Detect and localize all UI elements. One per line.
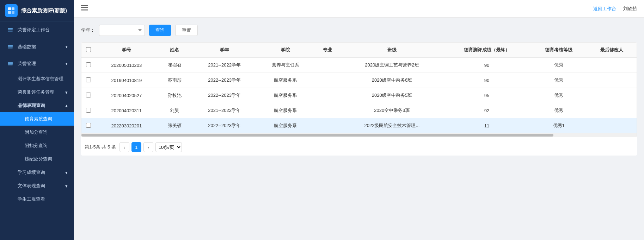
row-checkbox-cell — [81, 73, 96, 88]
row-checkbox-0[interactable] — [86, 62, 91, 67]
cell-score: 11 — [443, 118, 530, 133]
col-student-id: 学号 — [96, 43, 158, 58]
row-checkbox-4[interactable] — [86, 123, 91, 128]
sidebar-submenu-label: 文体表现查询 — [18, 183, 45, 189]
row-checkbox-cell — [81, 88, 96, 103]
sidebar-submenu-label: 附扣分查询 — [25, 143, 48, 149]
main-content: 返回工作台 刘欣茹 学年： 2021--2022学年 2022--2023学年 … — [74, 0, 644, 240]
next-page-button[interactable]: › — [143, 142, 153, 152]
pagination-info: 第1-5条 共 5 条 — [85, 144, 116, 150]
prev-page-button[interactable]: ‹ — [119, 142, 129, 152]
row-checkbox-2[interactable] — [86, 93, 91, 97]
svg-rect-8 — [8, 46, 13, 48]
sidebar-submenu-label: 学生工服查看 — [18, 196, 45, 202]
data-table: 学号 姓名 学年 学院 专业 班级 德育测评成绩（最终） 德育考核等级 最后修改… — [81, 43, 637, 133]
cell-student-id: 202004020527 — [96, 88, 158, 103]
table-header-row: 学号 姓名 学年 学院 专业 班级 德育测评成绩（最终） 德育考核等级 最后修改… — [81, 43, 637, 58]
svg-rect-7 — [8, 45, 13, 46]
sidebar-item-label: 基础数据 — [18, 44, 36, 50]
cell-class: 2020级空中乘务5班 — [341, 88, 443, 103]
svg-rect-2 — [8, 11, 11, 14]
sidebar-item-violation-query[interactable]: 违纪处分查询 — [0, 152, 74, 166]
sidebar-item-sports-query[interactable]: 文体表现查询 ▾ — [0, 179, 74, 192]
data-table-container: 学号 姓名 学年 学院 专业 班级 德育测评成绩（最终） 德育考核等级 最后修改… — [81, 42, 637, 137]
row-checkbox-cell — [81, 118, 96, 133]
header-checkbox-cell — [81, 43, 96, 58]
sidebar-item-moral-quality[interactable]: 德育素质查询 — [0, 112, 74, 126]
sidebar-submenu-label: 德育素质查询 — [25, 116, 52, 122]
svg-rect-13 — [81, 5, 88, 6]
sidebar-item-bonus-points[interactable]: 附加分查询 — [0, 126, 74, 139]
row-checkbox-1[interactable] — [86, 77, 91, 82]
page-1-button[interactable]: 1 — [131, 142, 141, 152]
year-select[interactable]: 2021--2022学年 2022--2023学年 — [99, 25, 145, 36]
svg-rect-15 — [81, 10, 88, 11]
sidebar-item-label: 荣誉管理 — [18, 61, 36, 67]
select-all-checkbox[interactable] — [86, 47, 91, 52]
back-to-workbench-link[interactable]: 返回工作台 — [593, 6, 616, 12]
sidebar-item-student-info[interactable]: 测评学生基本信息管理 — [0, 72, 74, 86]
cell-major — [314, 88, 341, 103]
table-row: 201904010819 苏雨彤 2022--2023学年 航空服务系 2020… — [81, 73, 637, 88]
sidebar-item-honor-management[interactable]: 荣誉管理 ▾ — [0, 55, 74, 72]
table-row: 202203020201 张美硕 2022--2023学年 航空服务系 2022… — [81, 118, 637, 133]
chevron-up-icon: ▴ — [65, 103, 68, 108]
chevron-down-icon: ▾ — [66, 45, 68, 49]
col-year: 学年 — [192, 43, 257, 58]
cell-year: 2022--2023学年 — [192, 88, 257, 103]
cell-year: 2021--2022学年 — [192, 103, 257, 118]
app-title: 综合素质测评(新版) — [21, 7, 67, 14]
row-checkbox-cell — [81, 103, 96, 118]
query-button[interactable]: 查询 — [149, 25, 171, 36]
sidebar-item-academic-query[interactable]: 学习成绩查询 ▾ — [0, 166, 74, 179]
table-body: 202005010203 崔召召 2021--2022学年 营养与烹饪系 202… — [81, 58, 637, 133]
app-logo-icon — [5, 4, 18, 17]
sidebar-item-moral-performance[interactable]: 品德表现查询 ▴ — [0, 99, 74, 112]
cell-name: 刘昊 — [158, 103, 192, 118]
cell-score: 95 — [443, 88, 530, 103]
sidebar-submenu-label: 学习成绩查询 — [18, 169, 45, 176]
cell-editor — [587, 88, 637, 103]
content-area: 学年： 2021--2022学年 2022--2023学年 查询 重置 — [74, 18, 644, 240]
col-college: 学院 — [257, 43, 314, 58]
cell-major — [314, 103, 341, 118]
col-score: 德育测评成绩（最终） — [443, 43, 530, 58]
pagination-bar: 第1-5条 共 5 条 ‹ 1 › 10条/页 20条/页 50条/页 — [81, 137, 637, 156]
row-checkbox-cell — [81, 58, 96, 73]
sidebar-item-student-work[interactable]: 学生工服查看 — [0, 192, 74, 206]
chevron-down-icon3: ▾ — [65, 90, 68, 95]
sidebar-item-deduction-points[interactable]: 附扣分查询 — [0, 139, 74, 152]
cell-college: 航空服务系 — [257, 73, 314, 88]
cell-name: 孙牧池 — [158, 88, 192, 103]
sidebar-submenu-label: 违纪处分查询 — [25, 156, 52, 162]
cell-year: 2022--2023学年 — [192, 118, 257, 133]
horizontal-scrollbar[interactable] — [81, 133, 637, 137]
page-size-select[interactable]: 10条/页 20条/页 50条/页 — [155, 142, 182, 152]
row-checkbox-3[interactable] — [86, 108, 91, 113]
sidebar-item-label: 荣誉评定工作台 — [18, 27, 50, 33]
sidebar-item-honor-task[interactable]: 荣誉测评任务管理 ▾ — [0, 86, 74, 99]
svg-rect-10 — [8, 62, 13, 63]
cell-year: 2021--2022学年 — [192, 58, 257, 73]
cell-editor — [587, 73, 637, 88]
chevron-down-icon2: ▾ — [66, 62, 68, 66]
cell-college: 航空服务系 — [257, 103, 314, 118]
cell-level: 优秀1 — [530, 118, 587, 133]
sidebar-item-basic-data[interactable]: 基础数据 ▾ — [0, 38, 74, 55]
scrollbar-thumb[interactable] — [81, 134, 553, 137]
cell-year: 2022--2023学年 — [192, 73, 257, 88]
svg-rect-5 — [8, 30, 13, 31]
sidebar-submenu-label: 测评学生基本信息管理 — [18, 76, 63, 82]
sidebar-submenu-label: 品德表现查询 — [18, 102, 45, 109]
reset-button[interactable]: 重置 — [175, 25, 198, 36]
cell-level: 优秀 — [530, 88, 587, 103]
menu-toggle-icon[interactable] — [81, 5, 88, 12]
sidebar-item-honor-workbench[interactable]: 荣誉评定工作台 — [0, 21, 74, 38]
cell-student-id: 201904010819 — [96, 73, 158, 88]
layers2-icon — [6, 43, 14, 51]
cell-class: 2020级烹调工艺与营养2班 — [341, 58, 443, 73]
filter-bar: 学年： 2021--2022学年 2022--2023学年 查询 重置 — [81, 25, 637, 36]
cell-student-id: 202004020311 — [96, 103, 158, 118]
col-major: 专业 — [314, 43, 341, 58]
cell-name: 张美硕 — [158, 118, 192, 133]
